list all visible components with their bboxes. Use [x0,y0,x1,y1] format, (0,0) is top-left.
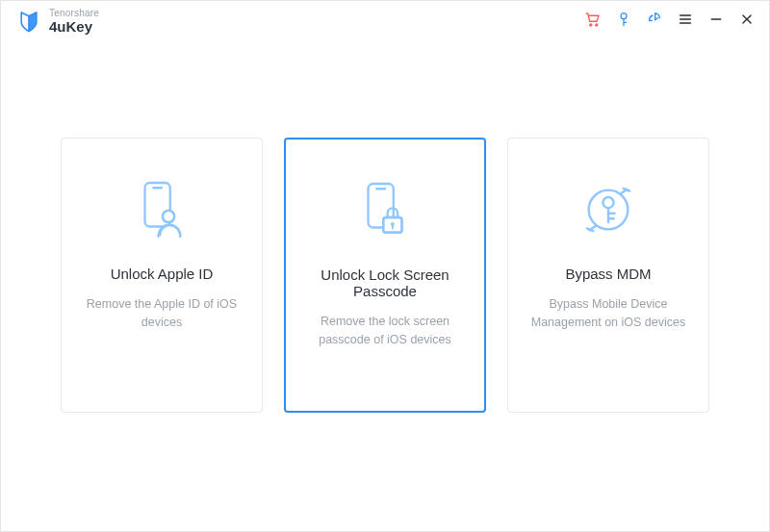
unlock-apple-id-icon [128,171,195,248]
cart-icon[interactable] [584,11,602,28]
unlock-lock-screen-icon [351,172,419,249]
minimize-icon[interactable] [707,11,725,28]
share-icon[interactable] [646,11,663,28]
card-desc: Remove the Apple ID of iOS devices [79,295,244,333]
card-desc: Remove the lock screen passcode of iOS d… [303,313,467,350]
svg-point-2 [621,13,627,19]
bypass-mdm-icon [573,171,644,248]
brand-logo-icon [16,9,41,34]
card-bypass-mdm[interactable]: Bypass MDM Bypass Mobile Device Manageme… [507,138,709,413]
card-unlock-apple-id[interactable]: Unlock Apple ID Remove the Apple ID of i… [61,138,263,413]
menu-icon[interactable] [677,11,694,28]
card-title: Unlock Lock Screen Passcode [303,266,467,299]
card-desc: Bypass Mobile Device Management on iOS d… [526,295,691,333]
svg-point-1 [596,24,598,26]
card-unlock-lock-screen[interactable]: Unlock Lock Screen Passcode Remove the l… [284,138,486,413]
brand-company: Tenorshare [49,9,99,19]
brand: Tenorshare 4uKey [16,9,99,34]
close-icon[interactable] [738,11,756,28]
svg-point-0 [590,24,592,26]
titlebar: Tenorshare 4uKey [1,1,769,47]
main: Unlock Apple ID Remove the Apple ID of i… [1,47,769,531]
key-icon[interactable] [615,11,632,28]
card-title: Unlock Apple ID [111,266,214,282]
card-title: Bypass MDM [565,266,651,282]
brand-product: 4uKey [49,19,99,35]
window-controls [584,9,756,28]
svg-point-22 [603,197,613,208]
